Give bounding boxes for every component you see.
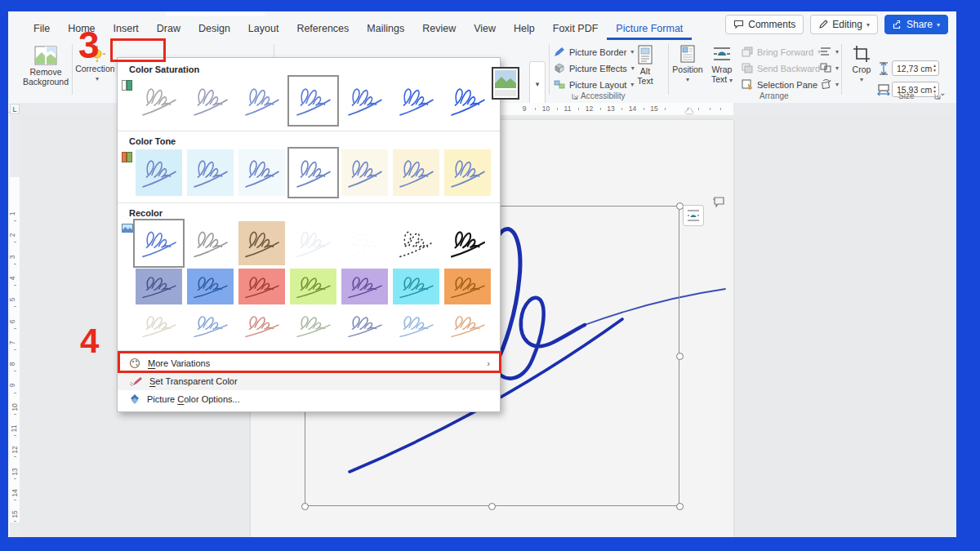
- editing-mode-button[interactable]: Editing ▾: [810, 15, 878, 34]
- right-indent-marker[interactable]: [685, 108, 693, 113]
- color-swatch[interactable]: [187, 149, 234, 196]
- tab-picture-format[interactable]: Picture Format: [607, 18, 692, 40]
- color-swatch[interactable]: [393, 221, 439, 265]
- color-swatch[interactable]: [187, 221, 234, 265]
- color-swatch[interactable]: [238, 269, 285, 304]
- vertical-ruler[interactable]: 123456789101112131415: [10, 115, 20, 537]
- color-swatch[interactable]: [341, 78, 388, 124]
- layout-options-button[interactable]: [683, 205, 704, 226]
- color-swatch[interactable]: [393, 78, 439, 124]
- resize-handle-right-mid[interactable]: [676, 353, 684, 360]
- resize-handle-bottom-mid[interactable]: [488, 503, 496, 510]
- color-swatch[interactable]: [290, 269, 336, 304]
- menu-item-more-variations[interactable]: More Variations›: [118, 354, 500, 372]
- comments-button[interactable]: Comments: [725, 15, 804, 34]
- color-options-icon: [129, 394, 140, 405]
- color-swatch[interactable]: [136, 78, 182, 124]
- picture-border-button[interactable]: Picture Border▾: [554, 47, 634, 57]
- palette-icon: [129, 358, 141, 369]
- wrap-text-button[interactable]: WrapText ▾: [706, 45, 738, 84]
- step4-number: 4: [80, 322, 99, 361]
- ruler-number: 3: [8, 255, 16, 259]
- color-swatch[interactable]: [341, 221, 388, 265]
- color-swatch[interactable]: [238, 149, 285, 196]
- resize-handle-bottom-right[interactable]: [676, 503, 684, 510]
- tab-help[interactable]: Help: [505, 18, 544, 40]
- picture-border-pen-icon: [554, 47, 565, 57]
- color-swatch[interactable]: [393, 149, 439, 196]
- remove-background-icon: [34, 46, 57, 65]
- tab-file[interactable]: File: [24, 18, 59, 40]
- align-objects-button[interactable]: ▾: [820, 47, 839, 56]
- picture-style-selected-thumb[interactable]: [492, 67, 519, 100]
- gallery-more-button[interactable]: ▾: [529, 61, 546, 107]
- color-swatch[interactable]: [136, 149, 182, 196]
- ribbon-tabs: FileHomeInsertDrawDesignLayoutReferences…: [8, 18, 692, 40]
- color-swatch[interactable]: [444, 221, 491, 265]
- color-swatch[interactable]: [393, 269, 439, 304]
- chevron-down-icon: ▾: [937, 21, 940, 29]
- color-swatch[interactable]: [238, 308, 285, 344]
- color-swatch[interactable]: [136, 308, 182, 344]
- color-swatch[interactable]: [444, 269, 491, 304]
- tab-layout[interactable]: Layout: [239, 18, 288, 40]
- color-swatch[interactable]: [238, 78, 285, 124]
- menu-item-set-transparent-color[interactable]: Set Transparent Color: [118, 372, 500, 390]
- color-swatch[interactable]: [290, 221, 336, 265]
- crop-button[interactable]: Crop ▾: [848, 45, 875, 83]
- ruler-number: 11: [10, 425, 18, 433]
- tab-design[interactable]: Design: [189, 18, 239, 40]
- resize-handle-bottom-left[interactable]: [301, 503, 309, 510]
- alt-text-button[interactable]: AltText: [629, 45, 662, 86]
- menu-item-label: Set Transparent Color: [149, 376, 238, 386]
- color-swatch[interactable]: [187, 308, 234, 344]
- dialog-launcher-icon[interactable]: [572, 93, 578, 100]
- tab-selector[interactable]: L: [10, 104, 20, 114]
- ruler-number: 2: [8, 233, 16, 238]
- swatch-row: [118, 77, 500, 127]
- shape-height-icon: [879, 62, 889, 75]
- menu-item-picture-color-options[interactable]: Picture Color Options...: [118, 390, 500, 408]
- picture-layout-button[interactable]: Picture Layout▾: [554, 79, 634, 90]
- ruler-number: 6: [8, 319, 16, 323]
- wrap-text-label: Wrap: [712, 64, 733, 74]
- chevron-down-icon: ▾: [686, 76, 689, 83]
- color-swatch[interactable]: [187, 269, 234, 304]
- menu-divider: [118, 131, 500, 131]
- collapse-ribbon-chevron[interactable]: ⌄: [939, 88, 946, 97]
- group-objects-button[interactable]: ▾: [820, 63, 839, 73]
- tab-foxit-pdf[interactable]: Foxit PDF: [544, 18, 608, 40]
- color-swatch[interactable]: [444, 308, 491, 344]
- send-backward-button: Send Backward▾: [742, 63, 827, 73]
- tab-view[interactable]: View: [465, 18, 505, 40]
- share-button[interactable]: Share ▾: [884, 15, 948, 34]
- color-swatch[interactable]: [444, 78, 491, 124]
- tab-review[interactable]: Review: [413, 18, 465, 40]
- tab-draw[interactable]: Draw: [148, 18, 189, 40]
- color-swatch[interactable]: [444, 149, 491, 196]
- crop-label: Crop: [853, 64, 871, 74]
- color-swatch[interactable]: [290, 149, 336, 196]
- color-swatch[interactable]: [341, 149, 388, 196]
- rotate-objects-button[interactable]: ▾: [820, 79, 839, 89]
- tab-insert[interactable]: Insert: [105, 18, 148, 40]
- chevron-down-icon: ▾: [835, 48, 839, 56]
- tab-mailings[interactable]: Mailings: [358, 18, 413, 40]
- color-swatch[interactable]: [290, 308, 336, 344]
- group-divider: [668, 44, 669, 95]
- color-swatch[interactable]: [136, 221, 182, 265]
- color-swatch[interactable]: [341, 269, 388, 304]
- color-swatch[interactable]: [136, 269, 182, 304]
- color-swatch[interactable]: [341, 308, 388, 344]
- color-swatch[interactable]: [238, 221, 285, 265]
- color-swatch[interactable]: [393, 308, 439, 344]
- picture-effects-button[interactable]: Picture Effects▾: [554, 63, 635, 73]
- position-button[interactable]: Position ▾: [671, 45, 704, 83]
- color-swatch[interactable]: [290, 78, 336, 124]
- tab-references[interactable]: References: [287, 18, 358, 40]
- color-swatch[interactable]: [187, 78, 234, 124]
- remove-background-button[interactable]: Remove Background: [24, 46, 67, 87]
- height-spinner[interactable]: ▲▼: [933, 61, 937, 75]
- shape-height-field[interactable]: 12,73 cm ▲▼: [892, 60, 939, 76]
- selection-pane-button[interactable]: Selection Pane: [742, 79, 817, 90]
